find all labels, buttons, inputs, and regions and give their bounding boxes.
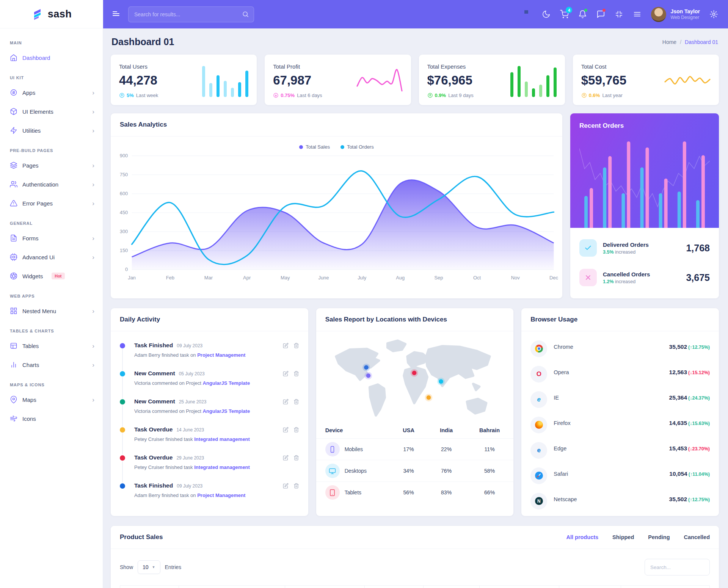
sidebar-item-dashboard[interactable]: Dashboard — [0, 48, 103, 67]
netscape-icon: N — [535, 497, 543, 505]
trash-icon[interactable] — [293, 399, 299, 405]
sidebar-item-advanced-ui[interactable]: Advanced Ui › — [0, 248, 103, 267]
search-input[interactable] — [128, 6, 254, 22]
sidebar-item-label: Authentication — [22, 181, 58, 188]
sidebar-item-nested-menu[interactable]: Nested Menu › — [0, 301, 103, 320]
map-dot-bahrain[interactable] — [426, 395, 431, 400]
entries-select[interactable]: 10▼ — [138, 560, 160, 574]
cart-button[interactable]: 4 — [560, 10, 569, 19]
browser-usage-card: Browser Usage Chrome35,502(↑12.75%) O — [521, 308, 719, 516]
edit-icon[interactable] — [283, 483, 289, 489]
legend-total-sales[interactable]: Total Sales — [299, 144, 330, 150]
fullscreen-button[interactable] — [615, 10, 623, 19]
file-text-icon — [10, 234, 17, 242]
compress-icon — [615, 10, 623, 19]
activity-link[interactable]: Integrated management — [194, 436, 250, 442]
browser-list: Chrome35,502(↑12.75%) O Opera12,563(↓15.… — [521, 331, 719, 516]
messages-button[interactable] — [596, 10, 605, 19]
safari-icon — [535, 472, 543, 480]
sidebar-item-charts[interactable]: Charts › — [0, 355, 103, 374]
chevron-right-icon: › — [92, 235, 94, 241]
edit-icon[interactable] — [283, 399, 289, 405]
sidebar-item-forms[interactable]: Forms › — [0, 229, 103, 248]
sidebar-item-pages[interactable]: Pages › — [0, 156, 103, 175]
language-flag-button[interactable] — [524, 10, 532, 19]
dark-mode-button[interactable] — [542, 10, 551, 19]
edit-icon[interactable] — [283, 427, 289, 433]
svg-text:June: June — [318, 275, 329, 281]
daily-activity-card: Daily Activity Task Finished09 July 2023… — [111, 308, 308, 516]
map-dot-usa[interactable] — [364, 365, 369, 370]
stat-change: 0.75% Last 6 days — [273, 93, 322, 98]
svg-text:Dec: Dec — [549, 275, 559, 281]
sidebar-item-tables[interactable]: Tables › — [0, 336, 103, 355]
trash-icon[interactable] — [293, 427, 299, 433]
sidebar-item-apps[interactable]: Apps › — [0, 83, 103, 102]
sidebar-item-widgets[interactable]: Widgets Hot — [0, 267, 103, 285]
activity-link[interactable]: Integrated management — [194, 464, 250, 470]
edit-icon[interactable] — [283, 455, 289, 461]
edit-icon[interactable] — [283, 343, 289, 348]
trash-icon[interactable] — [293, 483, 299, 489]
total-expenses-card: Total Expenses $76,965 0.9% Last 9 days — [419, 55, 565, 105]
trash-icon[interactable] — [293, 371, 299, 376]
profit-sparkline — [356, 64, 403, 97]
activity-link[interactable]: AngularJS Template — [202, 380, 250, 386]
user-menu[interactable]: Json Taylor Web Designer — [651, 7, 700, 22]
grid-icon — [10, 307, 17, 315]
sidebar-item-maps[interactable]: Maps › — [0, 390, 103, 409]
chevron-right-icon: › — [92, 308, 94, 314]
total-users-card: Total Users 44,278 5% Last week — [111, 55, 257, 105]
sidebar-item-authentication[interactable]: Authentication › — [0, 175, 103, 194]
sidebar-item-error-pages[interactable]: Error Pages › — [0, 194, 103, 213]
sales-analytics-card: Sales Analytics Total Sales Total Orders — [111, 113, 562, 298]
arrow-down-circle-icon — [273, 93, 279, 98]
legend-dot — [340, 145, 344, 149]
tab-cancelled[interactable]: Cancelled — [684, 534, 710, 540]
trash-icon[interactable] — [293, 455, 299, 461]
browser-row-ie: e IE25,364(↓24.37%) — [530, 387, 710, 412]
firefox-icon — [535, 421, 543, 429]
tab-pending[interactable]: Pending — [648, 534, 670, 540]
x-icon — [584, 274, 592, 281]
notifications-button[interactable] — [578, 10, 587, 19]
map-dot-europe[interactable] — [412, 371, 416, 375]
sidebar-item-ui-elements[interactable]: UI Elements › — [0, 102, 103, 121]
caret-down-icon: ▼ — [152, 565, 155, 569]
search-icon[interactable] — [242, 11, 249, 18]
trash-icon[interactable] — [293, 343, 299, 348]
legend-total-orders[interactable]: Total Orders — [340, 144, 374, 150]
product-table-header — [120, 585, 710, 588]
sidebar-section-heading: TABLES & CHARTS — [0, 320, 103, 336]
activity-item: New Comment05 July 2023 Victoria comment… — [120, 370, 299, 398]
breadcrumb-separator: / — [680, 39, 681, 45]
sidebar-item-label: Widgets — [22, 273, 43, 279]
svg-text:Apr: Apr — [243, 275, 251, 281]
activity-link[interactable]: Project Management — [197, 352, 245, 358]
tab-all-products[interactable]: All products — [566, 534, 599, 540]
breadcrumb-home[interactable]: Home — [662, 39, 676, 45]
sidebar-item-utilities[interactable]: Utilities › — [0, 121, 103, 140]
right-panel-button[interactable] — [633, 10, 642, 19]
table-row: Mobiles 17% 22% 11% — [316, 439, 514, 460]
brand-logo[interactable]: sash — [0, 0, 103, 28]
activity-link[interactable]: AngularJS Template — [202, 408, 250, 414]
svg-text:300: 300 — [120, 229, 128, 234]
sidebar-toggle-button[interactable] — [111, 9, 121, 20]
map-dot-india[interactable] — [439, 379, 443, 384]
legend-dot — [299, 145, 303, 149]
details-row: Daily Activity Task Finished09 July 2023… — [111, 308, 719, 516]
home-icon — [10, 54, 17, 61]
sidebar-item-label: Icons — [22, 416, 36, 422]
tab-shipped[interactable]: Shipped — [612, 534, 634, 540]
table-search-input[interactable] — [645, 559, 710, 575]
sidebar-item-icons[interactable]: Icons — [0, 409, 103, 428]
map-dot-usa-2[interactable] — [366, 373, 370, 378]
topbar-actions: 4 Json Tay — [524, 7, 718, 22]
edit-icon[interactable] — [283, 371, 289, 376]
total-profit-card: Total Profit 67,987 0.75% Last 6 days — [265, 55, 411, 105]
activity-link[interactable]: Project Management — [197, 492, 245, 498]
card-title: Recent Orders — [579, 122, 710, 130]
settings-button[interactable] — [709, 10, 718, 19]
ie-icon: e — [537, 396, 541, 403]
